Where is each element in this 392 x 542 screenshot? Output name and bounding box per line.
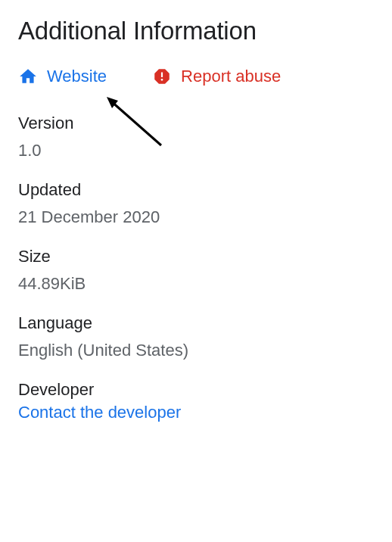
size-value: 44.89KiB — [18, 274, 374, 294]
updated-label: Updated — [18, 180, 374, 200]
language-value: English (United States) — [18, 341, 374, 360]
report-abuse-label: Report abuse — [181, 67, 281, 86]
updated-value: 21 December 2020 — [18, 207, 374, 227]
updated-section: Updated 21 December 2020 — [18, 180, 374, 227]
language-section: Language English (United States) — [18, 313, 374, 360]
version-section: Version 1.0 — [18, 114, 374, 160]
version-value: 1.0 — [18, 141, 374, 160]
report-icon — [152, 67, 172, 86]
links-row: Website Report abuse — [18, 67, 374, 86]
page-title: Additional Information — [18, 17, 374, 45]
annotation-arrow-icon — [241, 458, 339, 459]
language-label: Language — [18, 313, 374, 333]
size-label: Size — [18, 247, 374, 266]
home-icon — [18, 67, 38, 86]
report-abuse-link[interactable]: Report abuse — [152, 67, 281, 86]
contact-developer-link[interactable]: Contact the developer — [18, 403, 181, 422]
size-section: Size 44.89KiB — [18, 247, 374, 294]
version-label: Version — [18, 114, 374, 133]
developer-label: Developer — [18, 380, 374, 400]
website-link[interactable]: Website — [18, 67, 107, 86]
developer-section: Developer Contact the developer — [18, 380, 374, 422]
svg-marker-1 — [107, 97, 118, 108]
website-link-label: Website — [47, 67, 107, 86]
